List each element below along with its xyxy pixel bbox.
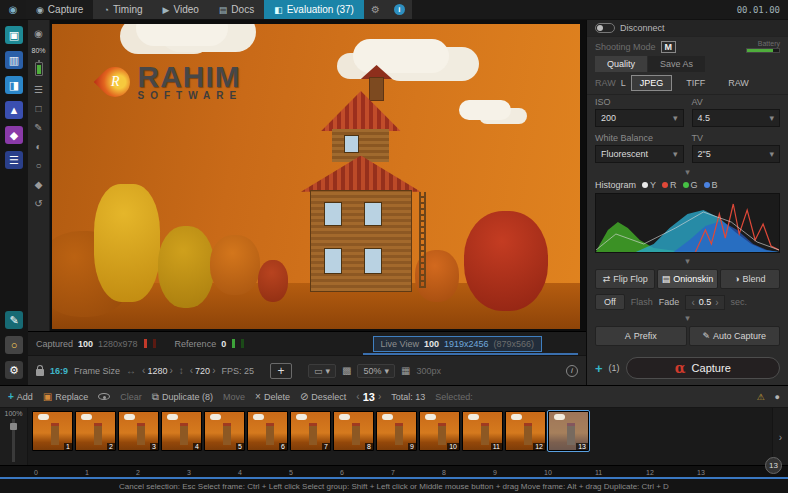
timeline-frame[interactable]: 12 bbox=[505, 411, 546, 451]
timeline-frame[interactable]: 3 bbox=[118, 411, 159, 451]
timeline-frame[interactable]: 8 bbox=[333, 411, 374, 451]
brush-icon[interactable]: ✎ bbox=[5, 311, 23, 329]
timeline-frame[interactable]: 4 bbox=[161, 411, 202, 451]
timeline-zoom-slider[interactable] bbox=[12, 419, 15, 462]
layers-icon[interactable]: ☰ bbox=[5, 151, 23, 169]
tab-evaluation[interactable]: ◧ Evaluation (37) bbox=[264, 0, 364, 19]
add-frame-button[interactable]: +Add bbox=[8, 391, 33, 402]
blend-button[interactable]: ◑Blend bbox=[720, 269, 780, 289]
auto-capture-button[interactable]: ✎Auto Capture bbox=[689, 326, 781, 346]
height-decrease-icon[interactable]: ‹ bbox=[190, 365, 193, 376]
duplicate-button[interactable]: ⧉Duplicate (8) bbox=[152, 391, 213, 403]
fps-display[interactable]: FPS: 25 bbox=[221, 366, 254, 376]
tab-video[interactable]: ▶ Video bbox=[153, 0, 209, 19]
color-picker-icon[interactable]: ◆ bbox=[35, 179, 43, 190]
pyramid-icon[interactable]: ▲ bbox=[5, 101, 23, 119]
cube-icon[interactable]: ▥ bbox=[5, 51, 23, 69]
channel-g-toggle[interactable]: G bbox=[683, 180, 698, 190]
aperture-icon[interactable]: ◉ bbox=[34, 28, 43, 39]
timeline-frame[interactable]: 9 bbox=[376, 411, 417, 451]
channel-y-toggle[interactable]: Y bbox=[642, 180, 656, 190]
tab-timing[interactable]: ◔ Timing bbox=[93, 0, 152, 19]
frame-outline-icon[interactable]: □ bbox=[35, 103, 41, 114]
tab-capture[interactable]: ◉ Capture bbox=[26, 0, 93, 19]
fade-button[interactable]: Fade bbox=[659, 297, 680, 307]
shooting-mode-value[interactable]: M bbox=[661, 41, 677, 53]
camera-select-dropdown[interactable]: ▭▾ bbox=[308, 364, 336, 378]
timeline-frame[interactable]: 6 bbox=[247, 411, 288, 451]
connection-toggle[interactable] bbox=[595, 23, 615, 33]
width-increase-icon[interactable]: › bbox=[169, 365, 172, 376]
live-view-indicator[interactable]: Live View 100 1919x2456 (879x566) bbox=[373, 336, 542, 352]
off-button[interactable]: Off bbox=[595, 294, 625, 310]
frame-navigator[interactable]: ‹ 13 › bbox=[356, 391, 381, 403]
fade-duration-stepper[interactable]: ‹ 0.5 › bbox=[685, 295, 724, 310]
clear-button[interactable]: Clear bbox=[120, 392, 142, 402]
channel-b-toggle[interactable]: B bbox=[704, 180, 718, 190]
zoom-search-icon[interactable]: ● bbox=[775, 392, 780, 402]
aspect-ratio-button[interactable]: 16:9 bbox=[50, 366, 68, 376]
rotate-icon[interactable]: ↺ bbox=[34, 198, 42, 209]
add-view-button[interactable]: + bbox=[270, 363, 292, 379]
prism-icon[interactable]: ◨ bbox=[5, 76, 23, 94]
prefix-button[interactable]: APrefix bbox=[595, 326, 687, 346]
fade-decrease-icon[interactable]: ‹ bbox=[691, 297, 694, 308]
add-capture-icon[interactable]: + bbox=[595, 361, 603, 376]
tab-save-as[interactable]: Save As bbox=[648, 56, 705, 72]
zoom-select-dropdown[interactable]: 50%▾ bbox=[357, 364, 395, 378]
white-balance-dropdown[interactable]: Fluorescent ▾ bbox=[595, 145, 684, 163]
timeline-frame[interactable]: 5 bbox=[204, 411, 245, 451]
tab-docs[interactable]: ▤ Docs bbox=[209, 0, 264, 19]
end-frame-badge[interactable]: 13 bbox=[765, 457, 782, 474]
bulb-icon[interactable]: ○ bbox=[5, 336, 23, 354]
replace-button[interactable]: ▣Replace bbox=[43, 391, 88, 402]
collapse-section-button[interactable]: ▾ bbox=[587, 313, 788, 324]
timeline-frame-selected[interactable]: 13 bbox=[548, 411, 589, 451]
disconnect-button[interactable]: Disconnect bbox=[620, 23, 665, 33]
move-button[interactable]: Move bbox=[223, 392, 245, 402]
collapse-section-button[interactable]: ▾ bbox=[587, 256, 788, 267]
checkerboard-icon[interactable]: ▩ bbox=[342, 365, 351, 376]
capture-button[interactable]: α Capture bbox=[626, 357, 780, 379]
delete-button[interactable]: ×Delete bbox=[255, 391, 290, 402]
channel-r-toggle[interactable]: R bbox=[662, 180, 677, 190]
settings-key-button[interactable]: ⚙ bbox=[364, 0, 387, 19]
new-canvas-icon[interactable]: ▣ bbox=[5, 26, 23, 44]
iso-dropdown[interactable]: 200 ▾ bbox=[595, 109, 684, 127]
next-frame-icon[interactable]: › bbox=[378, 391, 381, 402]
lock-icon[interactable] bbox=[36, 369, 44, 376]
tab-quality[interactable]: Quality bbox=[595, 56, 647, 72]
deselect-button[interactable]: ⊘Deselect bbox=[300, 391, 346, 402]
format-tiff-button[interactable]: TIFF bbox=[677, 75, 714, 91]
timeline-frame[interactable]: 1 bbox=[32, 411, 73, 451]
timeline-frame[interactable]: 11 bbox=[462, 411, 503, 451]
format-raw-button[interactable]: RAW bbox=[719, 75, 758, 91]
timeline-ruler[interactable]: 012 345 678 91011 1213 bbox=[0, 465, 788, 479]
fade-increase-icon[interactable]: › bbox=[715, 297, 718, 308]
flash-button[interactable]: Flash bbox=[631, 297, 653, 307]
frame-height-stepper[interactable]: ‹ 720 › bbox=[190, 365, 216, 376]
settings-gear-icon[interactable]: ⚙ bbox=[5, 361, 23, 379]
format-jpeg-button[interactable]: JPEG bbox=[631, 75, 673, 91]
aperture-dropdown[interactable]: 4.5 ▾ bbox=[692, 109, 781, 127]
height-increase-icon[interactable]: › bbox=[212, 365, 215, 376]
timeline-zoom-control[interactable]: 100% bbox=[0, 408, 28, 466]
onionskin-button[interactable]: ▤Onionskin bbox=[657, 269, 717, 289]
meter-icon[interactable]: ☰ bbox=[34, 84, 43, 95]
pencil-icon[interactable]: ✎ bbox=[34, 122, 42, 133]
collapse-section-button[interactable]: ▾ bbox=[587, 167, 788, 178]
timeline-frame[interactable]: 2 bbox=[75, 411, 116, 451]
contrast-icon[interactable]: ◐ bbox=[35, 141, 41, 152]
diamond-tool-icon[interactable]: ◆ bbox=[5, 126, 23, 144]
flip-flop-button[interactable]: ⇄Flip Flop bbox=[595, 269, 655, 289]
focus-circle-icon[interactable]: ○ bbox=[35, 160, 41, 171]
visibility-eye-icon[interactable] bbox=[98, 393, 110, 400]
info-button[interactable]: i bbox=[387, 0, 412, 19]
live-view-canvas[interactable]: R RAHIM SOFTWARE bbox=[50, 20, 586, 331]
timeline-frame[interactable]: 7 bbox=[290, 411, 331, 451]
view-zoom-label[interactable]: 80% bbox=[31, 47, 45, 54]
frame-width-stepper[interactable]: ‹ 1280 › bbox=[142, 365, 173, 376]
previous-frame-icon[interactable]: ‹ bbox=[356, 391, 359, 402]
shutter-dropdown[interactable]: 2"5 ▾ bbox=[692, 145, 781, 163]
timeline-frame[interactable]: 10 bbox=[419, 411, 460, 451]
